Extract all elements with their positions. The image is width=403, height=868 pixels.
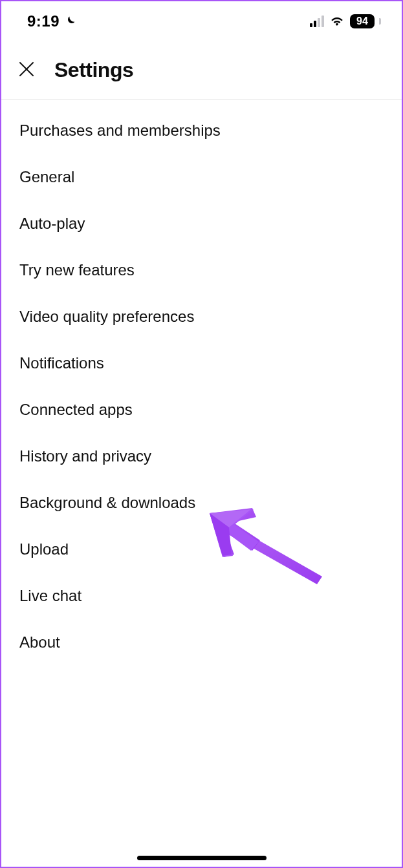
settings-list: Purchases and memberships General Auto-p… — [1, 100, 402, 673]
settings-item-general[interactable]: General — [1, 154, 402, 200]
settings-item-label: Upload — [19, 540, 69, 558]
settings-item-label: About — [19, 633, 60, 651]
battery-tip — [379, 18, 381, 25]
settings-item-connected-apps[interactable]: Connected apps — [1, 386, 402, 433]
settings-item-notifications[interactable]: Notifications — [1, 340, 402, 386]
status-right: 94 — [310, 14, 381, 28]
cellular-signal-icon — [310, 16, 324, 27]
settings-item-purchases[interactable]: Purchases and memberships — [1, 107, 402, 154]
settings-item-label: Purchases and memberships — [19, 122, 221, 139]
status-left: 9:19 — [27, 12, 76, 30]
settings-item-upload[interactable]: Upload — [1, 526, 402, 573]
settings-item-video-quality[interactable]: Video quality preferences — [1, 293, 402, 340]
do-not-disturb-icon — [63, 15, 76, 28]
settings-item-label: History and privacy — [19, 447, 151, 465]
settings-item-live-chat[interactable]: Live chat — [1, 573, 402, 619]
settings-item-background-downloads[interactable]: Background & downloads — [1, 480, 402, 526]
settings-item-autoplay[interactable]: Auto-play — [1, 200, 402, 247]
battery-level-icon: 94 — [350, 14, 375, 28]
wifi-icon — [329, 14, 345, 28]
settings-item-label: Live chat — [19, 587, 82, 604]
settings-item-label: Auto-play — [19, 215, 85, 232]
settings-item-history-privacy[interactable]: History and privacy — [1, 433, 402, 480]
settings-item-label: Video quality preferences — [19, 308, 194, 325]
status-bar: 9:19 94 — [1, 1, 402, 39]
page-title: Settings — [54, 58, 133, 82]
settings-item-try-new-features[interactable]: Try new features — [1, 247, 402, 293]
close-icon — [17, 59, 36, 81]
settings-item-label: Notifications — [19, 354, 104, 372]
settings-item-label: Background & downloads — [19, 494, 195, 511]
settings-item-label: Connected apps — [19, 401, 133, 418]
close-button[interactable] — [14, 57, 39, 83]
settings-item-label: General — [19, 168, 74, 185]
home-indicator[interactable] — [137, 856, 267, 860]
page-header: Settings — [1, 39, 402, 100]
settings-item-about[interactable]: About — [1, 619, 402, 666]
status-time: 9:19 — [27, 12, 60, 30]
settings-item-label: Try new features — [19, 261, 135, 279]
